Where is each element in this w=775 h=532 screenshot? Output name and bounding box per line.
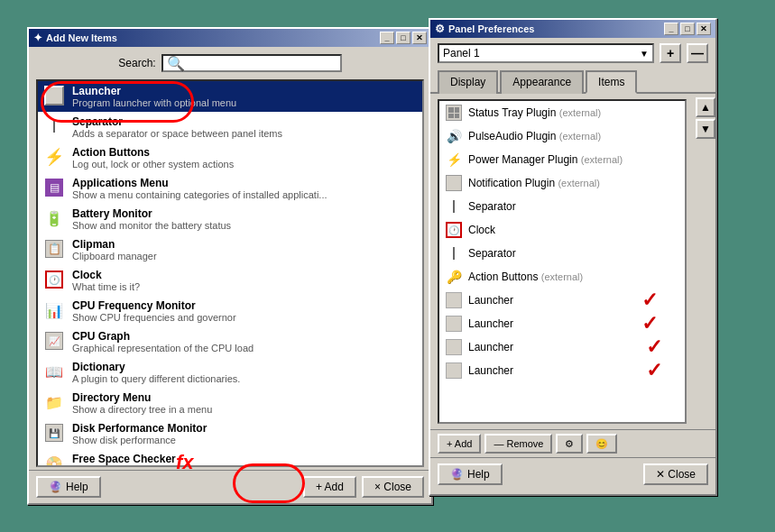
- panel-dropdown[interactable]: Panel 1 ▼: [438, 43, 654, 63]
- checkmark-annotation: ✓: [641, 312, 658, 335]
- scroll-up-button[interactable]: ▲: [696, 97, 715, 117]
- panel-list-item[interactable]: 🕐 Clock: [439, 218, 685, 242]
- item-icon-action: ⚡: [43, 146, 65, 168]
- checkmark-annotation: ✓: [646, 359, 662, 382]
- list-item[interactable]: 📈 CPU Graph Graphical representation of …: [38, 326, 422, 357]
- panel-list-item[interactable]: Separator: [439, 242, 685, 265]
- panel-prefs-title-icon: ⚙: [435, 23, 445, 35]
- tab-items[interactable]: Items: [586, 70, 637, 94]
- item-icon-appmenu: ▤: [43, 177, 65, 198]
- separator2-icon: [445, 244, 463, 262]
- tab-appearance[interactable]: Appearance: [500, 70, 584, 94]
- list-item[interactable]: 🕐 Clock What time is it?: [38, 265, 422, 296]
- dictionary-text: Dictionary A plugin to query different d…: [72, 361, 417, 384]
- list-item[interactable]: 🔋 Battery Monitor Show and monitor the b…: [38, 204, 422, 234]
- panel-help-button[interactable]: 🔮 Help: [438, 463, 503, 485]
- items-list[interactable]: Launcher Program launcher with optional …: [36, 79, 424, 467]
- clipman-text: Clipman Clipboard manager: [72, 238, 417, 261]
- panel-items-list[interactable]: Status Tray Plugin (external) 🔊 PulseAud…: [438, 99, 687, 424]
- freespace-text: Free Space Checker Monitor free disk spa…: [72, 453, 417, 467]
- panel-list-item[interactable]: Notification Plugin (external): [439, 171, 685, 195]
- panel-list-item[interactable]: Launcher ✓: [439, 289, 685, 312]
- panel-minimize-button[interactable]: _: [664, 23, 678, 35]
- scroll-down-button[interactable]: ▼: [696, 119, 715, 139]
- panel-maximize-button[interactable]: □: [680, 23, 695, 35]
- appmenu-text: Applications Menu Show a menu containing…: [72, 177, 417, 200]
- item-icon-disk-perf: 💾: [43, 422, 65, 444]
- launcher-text: Launcher Program launcher with optional …: [72, 85, 417, 108]
- pulseaudio-icon: 🔊: [445, 127, 463, 145]
- face-icon: 😊: [595, 438, 608, 450]
- battery-text: Battery Monitor Show and monitor the bat…: [72, 207, 417, 231]
- panel-close-window-button[interactable]: ✕: [697, 23, 711, 35]
- panel-items-area: Status Tray Plugin (external) 🔊 PulseAud…: [430, 94, 715, 429]
- titlebar-buttons: _ □ ✕: [380, 32, 427, 44]
- panel-list-item[interactable]: Launcher ✓: [439, 312, 685, 335]
- list-item[interactable]: 📋 Clipman Clipboard manager: [38, 234, 422, 265]
- panel-face-button[interactable]: 😊: [586, 434, 617, 454]
- item-icon-battery: 🔋: [43, 207, 65, 229]
- list-item[interactable]: Separator Adds a separator or space betw…: [38, 112, 422, 142]
- clock-text: Clock What time is it?: [72, 269, 417, 292]
- launcher1-icon: [445, 291, 463, 309]
- panel-close-button[interactable]: ✕ Close: [643, 463, 708, 485]
- list-item[interactable]: ▤ Applications Menu Show a menu containi…: [38, 173, 422, 204]
- help-icon: 🔮: [49, 481, 62, 493]
- panel-list-item[interactable]: 🔊 PulseAudio Plugin (external): [439, 124, 685, 148]
- power-manager-icon: ⚡: [445, 151, 463, 169]
- panel-list-item[interactable]: ⚡ Power Manager Plugin (external): [439, 148, 685, 171]
- dropdown-arrow-icon: ▼: [640, 49, 649, 59]
- search-input[interactable]: 🔍: [161, 54, 342, 72]
- panel-prefs-footer: 🔮 Help ✕ Close: [430, 457, 715, 491]
- panel-list-item[interactable]: Status Tray Plugin (external): [439, 101, 685, 124]
- list-item[interactable]: 📖 Dictionary A plugin to query different…: [38, 357, 422, 388]
- panel-prefs-title: Panel Preferences: [448, 23, 534, 34]
- add-items-window: ✦ Add New Items _ □ ✕ Search: 🔍 Launcher: [27, 27, 433, 505]
- separator-text: Separator Adds a separator or space betw…: [72, 115, 417, 139]
- item-icon-freespace: 📀: [43, 453, 65, 467]
- tab-display[interactable]: Display: [438, 70, 498, 94]
- maximize-button[interactable]: □: [396, 32, 411, 44]
- item-icon-dir-menu: 📁: [43, 391, 65, 413]
- status-tray-icon: [445, 104, 463, 122]
- add-items-title: Add New Items: [46, 32, 117, 43]
- item-icon-dictionary: 📖: [43, 361, 65, 382]
- close-window-button[interactable]: ✕: [412, 32, 427, 44]
- item-icon-clipman: 📋: [43, 238, 65, 260]
- item-icon-clock: 🕐: [43, 269, 65, 290]
- close-add-button[interactable]: × Close: [362, 476, 424, 498]
- item-icon-cpu-freq: 📊: [43, 299, 65, 321]
- launcher4-icon: [445, 362, 463, 380]
- add-button[interactable]: + Add: [303, 476, 356, 498]
- edit-icon: ⚙: [565, 438, 574, 450]
- panel-remove-button[interactable]: — Remove: [484, 434, 552, 454]
- list-item[interactable]: 📊 CPU Frequency Monitor Show CPU frequen…: [38, 296, 422, 326]
- list-item[interactable]: 📁 Directory Menu Show a directory tree i…: [38, 388, 422, 418]
- add-items-footer: 🔮 Help + Add × Close: [29, 470, 431, 503]
- panel-add-button[interactable]: + Add: [438, 434, 481, 454]
- launcher3-icon: [445, 338, 463, 356]
- panel-titlebar-buttons: _ □ ✕: [664, 23, 711, 35]
- add-items-title-icon: ✦: [33, 32, 42, 44]
- cpu-graph-text: CPU Graph Graphical representation of th…: [72, 330, 417, 353]
- panel-items-bottom-bar: + Add — Remove ⚙ 😊: [430, 429, 715, 457]
- add-panel-button[interactable]: +: [660, 43, 681, 63]
- list-item[interactable]: Launcher Program launcher with optional …: [38, 81, 422, 112]
- panel-list-item[interactable]: 🔑 Action Buttons (external): [439, 265, 685, 289]
- list-item[interactable]: ⚡ Action Buttons Log out, lock or other …: [38, 142, 422, 173]
- panel-edit-button[interactable]: ⚙: [556, 434, 583, 454]
- item-icon-separator: [43, 115, 65, 137]
- list-item[interactable]: 💾 Disk Performance Monitor Show disk per…: [38, 418, 422, 449]
- dir-menu-text: Directory Menu Show a directory tree in …: [72, 391, 417, 415]
- action-text: Action Buttons Log out, lock or other sy…: [72, 146, 417, 170]
- separator-icon: [445, 197, 463, 216]
- panel-list-item[interactable]: Launcher ✓: [439, 359, 685, 382]
- minimize-button[interactable]: _: [380, 32, 394, 44]
- list-item[interactable]: 📀 Free Space Checker Monitor free disk s…: [38, 449, 422, 467]
- panel-list-item[interactable]: Launcher ✓: [439, 335, 685, 359]
- remove-panel-button[interactable]: —: [687, 43, 708, 63]
- help-button[interactable]: 🔮 Help: [36, 476, 101, 498]
- panel-help-icon: 🔮: [450, 468, 464, 481]
- panel-list-item[interactable]: Separator: [439, 195, 685, 218]
- checkmark-annotation: ✓: [641, 289, 658, 312]
